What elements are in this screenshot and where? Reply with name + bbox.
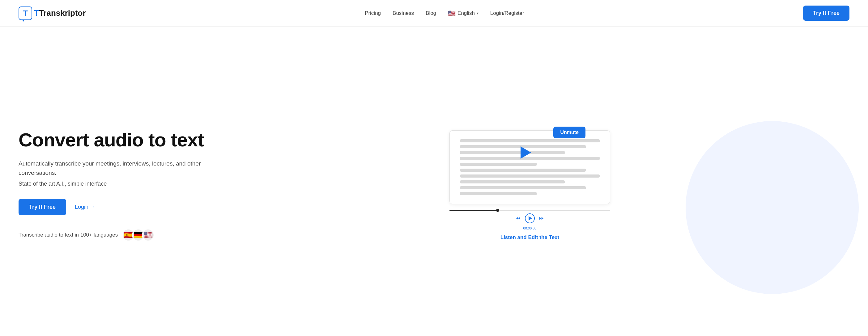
forward-button[interactable]: [538, 215, 544, 221]
illustration-container: Unmute: [450, 130, 610, 241]
flag-circles: 🇪🇸 🇩🇪 🇺🇸: [122, 229, 154, 241]
hero-title: Convert audio to text: [19, 129, 210, 150]
hero-cta-group: Try It Free Login →: [19, 199, 210, 215]
track-bar[interactable]: [450, 210, 610, 211]
hero-left: Convert audio to text Automatically tran…: [19, 129, 210, 241]
player-controls: [516, 213, 544, 223]
hero-right: Unmute: [210, 130, 849, 241]
nav-business[interactable]: Business: [393, 10, 414, 16]
chevron-down-icon: ▾: [477, 11, 478, 15]
track-dot: [496, 209, 499, 212]
nav-login-register[interactable]: Login/Register: [490, 10, 524, 16]
hero-section: Convert audio to text Automatically tran…: [0, 27, 868, 336]
play-cursor: [521, 146, 531, 159]
track-progress: [450, 210, 498, 211]
header-try-free-button[interactable]: Try It Free: [803, 6, 849, 21]
text-line-10: [460, 192, 537, 195]
background-blob: [686, 121, 859, 294]
logo-letter: T: [23, 9, 28, 17]
languages-label: Transcribe audio to text in 100+ languag…: [19, 232, 118, 238]
time-label: 00:00:03: [523, 226, 537, 230]
hero-tagline: State of the art A.I., simple interface: [19, 181, 210, 187]
forward-icon: [538, 215, 544, 221]
nav-blog[interactable]: Blog: [426, 10, 436, 16]
main-nav: Pricing Business Blog 🇺🇸 English ▾ Login…: [365, 9, 524, 17]
audio-player: 00:00:03: [450, 210, 610, 230]
text-line-9: [460, 186, 586, 189]
text-line-5: [460, 163, 537, 166]
unmute-badge[interactable]: Unmute: [553, 127, 586, 138]
header: T TTranskriptor Pricing Business Blog 🇺🇸…: [0, 0, 868, 27]
listen-edit-label[interactable]: Listen and Edit the Text: [450, 234, 610, 241]
text-lines: [460, 139, 600, 195]
hero-try-free-button[interactable]: Try It Free: [19, 199, 66, 215]
play-icon: [529, 216, 532, 221]
rewind-icon: [516, 215, 521, 221]
language-label: English: [458, 10, 475, 16]
text-line-8: [460, 180, 565, 183]
text-line-3: [460, 151, 565, 154]
logo-text: TTranskriptor: [34, 8, 86, 18]
document-card: [450, 130, 610, 204]
play-button[interactable]: [525, 213, 535, 223]
text-line-1: [460, 139, 600, 142]
text-line-6: [460, 169, 586, 172]
hero-subtitle: Automatically transcribe your meetings, …: [19, 159, 210, 178]
flag-usa: 🇺🇸: [142, 229, 154, 241]
language-selector[interactable]: 🇺🇸 English ▾: [448, 9, 478, 17]
logo[interactable]: T TTranskriptor: [19, 6, 86, 20]
hero-login-link[interactable]: Login →: [75, 204, 95, 210]
audio-track: [450, 210, 610, 211]
rewind-button[interactable]: [516, 215, 521, 221]
flag-us-icon: 🇺🇸: [448, 9, 456, 17]
nav-pricing[interactable]: Pricing: [365, 10, 381, 16]
hero-languages: Transcribe audio to text in 100+ languag…: [19, 229, 210, 241]
text-line-7: [460, 174, 600, 177]
play-triangle-icon: [521, 146, 531, 159]
logo-icon: T: [19, 6, 32, 20]
